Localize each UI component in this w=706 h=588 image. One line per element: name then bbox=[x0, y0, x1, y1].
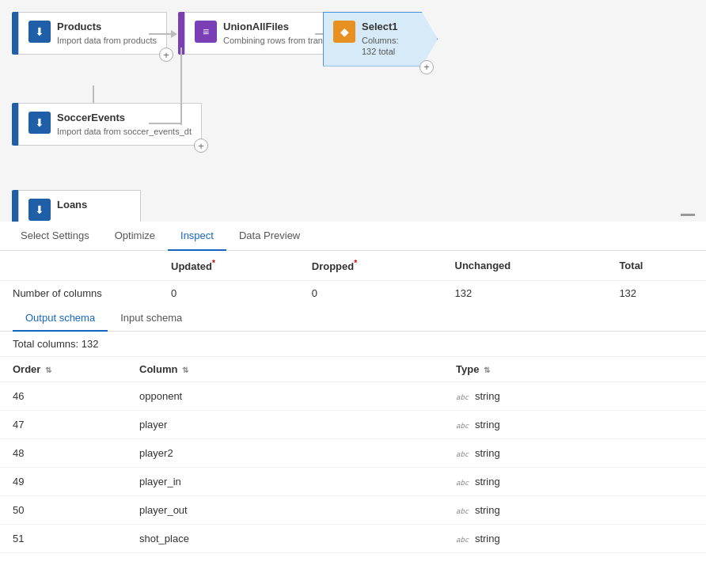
node-subtitle: Import data from products bbox=[57, 35, 157, 46]
table-row: 46 opponent abc string bbox=[0, 382, 706, 411]
schema-total-columns: Total columns: 132 bbox=[0, 332, 706, 357]
row-column: player bbox=[127, 411, 443, 439]
row-order: 46 bbox=[0, 382, 127, 411]
stats-header-total: Total bbox=[606, 251, 706, 281]
table-row: 48 player2 abc string bbox=[0, 439, 706, 468]
table-row: 50 player_out abc string bbox=[0, 496, 706, 525]
stats-unchanged-value: 132 bbox=[442, 281, 607, 306]
node-subtitle: Columns:132 total bbox=[362, 35, 398, 58]
row-order: 49 bbox=[0, 468, 127, 496]
row-type: abc string bbox=[443, 411, 706, 439]
node-bar bbox=[12, 103, 18, 146]
stats-header-empty bbox=[0, 251, 158, 281]
table-row: 51 shot_place abc string bbox=[0, 525, 706, 553]
row-column: opponent bbox=[127, 382, 443, 411]
type-sort-icon: ⇅ bbox=[484, 366, 490, 374]
stats-header-updated: Updated* bbox=[158, 251, 299, 281]
node-bar bbox=[12, 12, 18, 55]
row-order: 50 bbox=[0, 496, 127, 525]
stats-table: Updated* Dropped* Unchanged Total Number… bbox=[0, 251, 706, 305]
bottom-panel: Select Settings Optimize Inspect Data Pr… bbox=[0, 222, 706, 588]
add-node-button[interactable]: + bbox=[159, 47, 173, 62]
connector-line bbox=[149, 33, 173, 35]
products-node: ⬇ Products Import data from products + bbox=[12, 12, 167, 55]
tabs-bar: Select Settings Optimize Inspect Data Pr… bbox=[0, 222, 706, 251]
tab-optimize[interactable]: Optimize bbox=[102, 222, 168, 251]
node-box: ⬇ Products Import data from products + bbox=[18, 12, 167, 55]
row-column: player2 bbox=[127, 439, 443, 468]
type-icon: abc bbox=[456, 536, 469, 544]
order-sort-icon: ⇅ bbox=[45, 366, 51, 374]
soccer-connector bbox=[149, 123, 180, 124]
import-icon: ⬇ bbox=[28, 21, 51, 43]
node-box: ⬇ SoccerEvents Import data from soccer_e… bbox=[18, 103, 202, 146]
import-icon: ⬇ bbox=[28, 112, 51, 134]
type-icon: abc bbox=[456, 393, 469, 401]
select-icon: ◆ bbox=[333, 21, 355, 43]
tab-output-schema[interactable]: Output schema bbox=[13, 305, 108, 332]
row-order: 48 bbox=[0, 439, 127, 468]
minimize-button[interactable] bbox=[681, 214, 695, 216]
row-type: abc string bbox=[443, 439, 706, 468]
table-row: 47 player abc string bbox=[0, 411, 706, 439]
stats-dropped-value: 0 bbox=[299, 281, 442, 306]
row-column: player_out bbox=[127, 496, 443, 525]
select-node-box: ◆ Select1 Columns:132 total bbox=[323, 12, 438, 66]
col-header-type[interactable]: Type ⇅ bbox=[443, 357, 706, 382]
stats-header-unchanged: Unchanged bbox=[442, 251, 607, 281]
pipeline-canvas: ⬇ Products Import data from products + ≡ bbox=[0, 0, 706, 222]
table-row: 49 player_in abc string bbox=[0, 468, 706, 496]
row-type: abc string bbox=[443, 382, 706, 411]
soccer-node: ⬇ SoccerEvents Import data from soccer_e… bbox=[12, 103, 202, 146]
type-icon: abc bbox=[456, 450, 469, 458]
row-column: player_in bbox=[127, 468, 443, 496]
union-icon: ≡ bbox=[195, 21, 217, 43]
tab-select-settings[interactable]: Select Settings bbox=[8, 222, 102, 251]
add-node-button[interactable]: + bbox=[419, 60, 434, 74]
schema-tabs: Output schema Input schema bbox=[0, 305, 706, 332]
tab-data-preview[interactable]: Data Preview bbox=[226, 222, 313, 251]
node-subtitle: Import data from soccer_events_dt bbox=[57, 126, 192, 137]
node-title: Loans bbox=[57, 199, 87, 211]
row-type: abc string bbox=[443, 525, 706, 553]
stats-header-dropped: Dropped* bbox=[299, 251, 442, 281]
row-order: 51 bbox=[0, 525, 127, 553]
col-header-order[interactable]: Order ⇅ bbox=[0, 357, 127, 382]
select1-node: ◆ Select1 Columns:132 total + bbox=[323, 12, 438, 66]
col-header-column[interactable]: Column ⇅ bbox=[127, 357, 443, 382]
schema-table-scroll[interactable]: Order ⇅ Column ⇅ Type ⇅ bbox=[0, 357, 706, 588]
row-type: abc string bbox=[443, 468, 706, 496]
main-panel: ⬇ Products Import data from products + ≡ bbox=[0, 0, 706, 588]
node-title: Products bbox=[57, 21, 157, 32]
arrow-1 bbox=[149, 33, 173, 35]
type-icon: abc bbox=[456, 507, 469, 515]
tab-inspect[interactable]: Inspect bbox=[168, 222, 226, 251]
type-icon: abc bbox=[456, 422, 469, 430]
node-title: Select1 bbox=[362, 21, 398, 32]
row-column: shot_place bbox=[127, 525, 443, 553]
tab-input-schema[interactable]: Input schema bbox=[108, 305, 195, 332]
row-type: abc string bbox=[443, 496, 706, 525]
soccer-vertical bbox=[180, 47, 182, 125]
schema-table: Order ⇅ Column ⇅ Type ⇅ bbox=[0, 357, 706, 553]
column-sort-icon: ⇅ bbox=[182, 366, 188, 374]
stats-total-value: 132 bbox=[606, 281, 706, 306]
schema-section: Output schema Input schema Total columns… bbox=[0, 305, 706, 588]
row-order: 47 bbox=[0, 411, 127, 439]
stats-row-label: Number of columns bbox=[0, 281, 158, 306]
node-title: SoccerEvents bbox=[57, 112, 192, 123]
type-icon: abc bbox=[456, 479, 469, 487]
import-icon: ⬇ bbox=[28, 199, 51, 221]
stats-updated-value: 0 bbox=[158, 281, 299, 306]
add-node-button[interactable]: + bbox=[194, 138, 208, 153]
